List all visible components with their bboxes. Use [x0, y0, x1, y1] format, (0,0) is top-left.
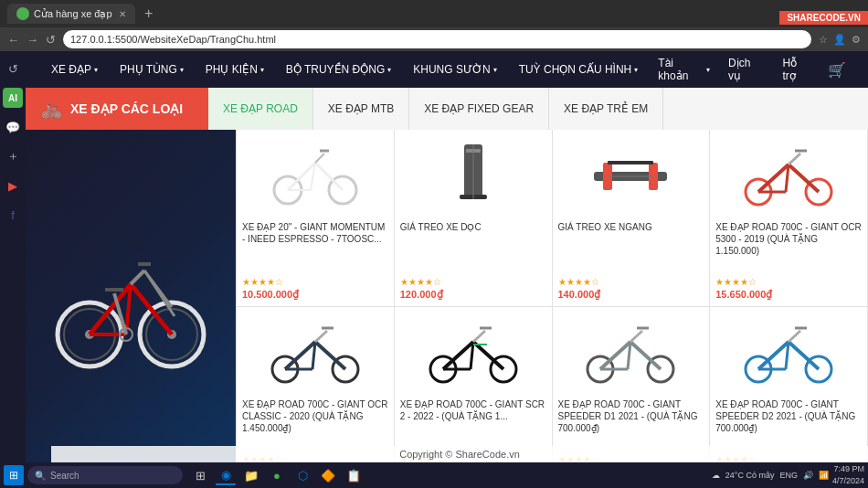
nav-xe-dap[interactable]: XE ĐẠP ▾	[40, 51, 109, 88]
product-name-7: XE ĐẠP ROAD 700C - GIANT SPEEDER D2 2021…	[715, 398, 862, 452]
tab-title: Cửa hàng xe đạp	[34, 8, 112, 20]
product-price-2: 140.000₫	[558, 289, 704, 301]
network-icon[interactable]: 📶	[819, 471, 829, 480]
product-card-1[interactable]: GIÁ TREO XE DỌC ★★★★☆ 120.000₫	[395, 130, 553, 307]
refresh-button[interactable]: ↺	[46, 33, 56, 47]
weather-icon: ☁	[712, 471, 720, 480]
main-content: XE ĐẠP ▾ PHỤ TÙNG ▾ PHỤ KIỆN ▾ BỘ TRUYỀN…	[26, 51, 868, 488]
svg-line-74	[789, 331, 800, 342]
nav-phu-tung-chevron: ▾	[180, 66, 184, 74]
nav-phu-kien[interactable]: PHỤ KIỆN ▾	[195, 51, 275, 88]
taskbar: ⊞ 🔍 Search ⊞ ◉ 📁 ● ⬡ 🔶 📋 ☁ 24°C Có mây E…	[0, 462, 868, 488]
tab-mtb[interactable]: XE ĐẠP MTB	[313, 88, 409, 130]
tab-road-label: XE ĐẠP ROAD	[223, 102, 298, 115]
plus-icon[interactable]: ＋	[3, 146, 23, 166]
chrome-icon[interactable]: ●	[267, 465, 287, 485]
browser-sidebar: ↺ AI 💬 ＋ ▶ f	[0, 51, 26, 488]
volume-icon[interactable]: 🔊	[803, 471, 813, 480]
nav-xe-dap-chevron: ▾	[94, 66, 98, 74]
product-card-0[interactable]: XE ĐẠP 20" - GIANT MOMENTUM - INEED ESPR…	[237, 130, 395, 307]
nav-account-label: Tài khoản	[658, 57, 704, 82]
tab-favicon	[16, 7, 29, 20]
url-text: 127.0.0.1:5500/WebsiteXeDap/TrangChu.htm…	[70, 34, 276, 45]
svg-line-71	[789, 342, 819, 369]
tab-close-button[interactable]: ✕	[119, 9, 126, 19]
product-price-1: 120.000₫	[400, 289, 546, 301]
address-bar: ← → ↺ 127.0.0.1:5500/WebsiteXeDap/TrangC…	[0, 27, 868, 51]
lang-indicator: ENG	[779, 471, 798, 480]
copyright-text: Copyright © ShareCode.vn	[399, 449, 520, 460]
edge-icon[interactable]: ◉	[216, 465, 236, 485]
nav-khung-suon[interactable]: KHUNG SƯỜN ▾	[402, 51, 507, 88]
url-input[interactable]: 127.0.0.1:5500/WebsiteXeDap/TrangChu.htm…	[63, 30, 811, 48]
messenger-icon[interactable]: 💬	[3, 117, 23, 137]
forward-button[interactable]: →	[26, 33, 38, 47]
nav-phu-tung[interactable]: PHỤ TÙNG ▾	[109, 51, 195, 88]
nav-help-label: Hỗ trợ	[782, 57, 811, 82]
product-card-3[interactable]: XE ĐẠP ROAD 700C - GIANT OCR 5300 - 2019…	[710, 130, 868, 307]
taskbar-system-tray: ☁ 24°C Có mây ENG 🔊 📶	[712, 471, 829, 480]
nav-help[interactable]: Hỗ trợ	[773, 51, 820, 88]
app-icon-1[interactable]: 🔶	[318, 465, 338, 485]
search-icon: 🔍	[35, 471, 46, 481]
nav-truyen-dong[interactable]: BỘ TRUYỀN ĐỘNG ▾	[275, 51, 402, 88]
product-name-2: GIÁ TREO XE NGANG	[558, 221, 704, 275]
new-tab-button[interactable]: +	[139, 5, 158, 22]
category-tabs: XE ĐẠP ROAD XE ĐẠP MTB XE ĐẠP FIXED GEAR…	[208, 88, 663, 130]
task-view-icon[interactable]: ⊞	[190, 465, 210, 485]
ai-icon[interactable]: AI	[3, 88, 23, 108]
start-button[interactable]: ⊞	[4, 465, 24, 485]
product-image-4	[242, 313, 388, 395]
product-name-1: GIÁ TREO XE DỌC	[400, 221, 546, 275]
product-name-4: XE ĐẠP ROAD 700C - GIANT OCR CLASSIC - 2…	[242, 398, 388, 452]
tab-tre-em[interactable]: XE ĐẠP TRẺ EM	[549, 88, 663, 130]
youtube-icon[interactable]: ▶	[3, 175, 23, 196]
top-navigation: XE ĐẠP ▾ PHỤ TÙNG ▾ PHỤ KIỆN ▾ BỘ TRUYỀN…	[26, 51, 868, 88]
tab-road[interactable]: XE ĐẠP ROAD	[208, 88, 313, 130]
product-stars-2: ★★★★☆	[558, 277, 704, 287]
settings-icon[interactable]: ⚙	[852, 34, 861, 46]
category-main-label: XE ĐẠP CÁC LOẠI	[70, 101, 183, 116]
nav-truyen-dong-label: BỘ TRUYỀN ĐỘNG	[286, 63, 385, 76]
nav-truyen-dong-chevron: ▾	[387, 66, 391, 74]
product-card-2[interactable]: GIÁ TREO XE NGANG ★★★★☆ 140.000₫	[553, 130, 711, 307]
nav-service[interactable]: Dịch vụ	[719, 51, 773, 88]
clock-date: 4/7/2024	[832, 475, 864, 487]
tab-mtb-label: XE ĐẠP MTB	[328, 102, 394, 115]
bookmark-icon[interactable]: ☆	[819, 34, 828, 46]
explorer-icon[interactable]: 📁	[241, 465, 261, 485]
svg-line-70	[758, 342, 789, 369]
product-image-3	[715, 135, 862, 217]
featured-product[interactable]	[26, 130, 236, 484]
cart-icon[interactable]: 🛒	[820, 61, 853, 79]
vscode-icon[interactable]: ⬡	[292, 465, 312, 485]
category-main[interactable]: 🚲 XE ĐẠP CÁC LOẠI	[26, 88, 208, 130]
profile-icon[interactable]: 👤	[833, 34, 846, 46]
svg-line-63	[630, 342, 661, 369]
svg-line-66	[630, 331, 642, 342]
copyright-overlay: Copyright © ShareCode.vn	[51, 446, 868, 462]
svg-line-45	[285, 342, 315, 369]
tab-fixed-gear[interactable]: XE ĐẠP FIXED GEAR	[409, 88, 549, 130]
app-icon-2[interactable]: 📋	[344, 465, 364, 485]
svg-line-24	[315, 154, 324, 163]
sharecode-logo: SHARECODE.VN	[779, 11, 868, 25]
bike-icon: 🚲	[40, 98, 63, 120]
taskbar-clock[interactable]: 7:49 PM 4/7/2024	[832, 463, 864, 486]
nav-cau-hinh[interactable]: TUỲ CHỌN CẤU HÌNH ▾	[508, 51, 650, 88]
svg-line-53	[443, 342, 473, 369]
product-stars-1: ★★★★☆	[400, 277, 546, 287]
product-image-6	[558, 313, 704, 395]
taskbar-search[interactable]: 🔍 Search	[27, 466, 183, 484]
facebook-icon[interactable]: f	[3, 205, 23, 225]
nav-account[interactable]: Tài khoản ▾	[649, 51, 719, 88]
svg-line-54	[473, 342, 503, 369]
svg-line-41	[789, 154, 800, 164]
product-image-7	[715, 313, 862, 395]
active-tab[interactable]: Cửa hàng xe đạp ✕	[7, 4, 135, 24]
product-name-0: XE ĐẠP 20" - GIANT MOMENTUM - INEED ESPR…	[242, 221, 388, 275]
product-name-5: XE ĐẠP ROAD 700C - GIANT SCR 2 - 2022 - …	[400, 398, 546, 452]
history-icon[interactable]: ↺	[3, 58, 23, 79]
product-image-1	[400, 135, 546, 217]
back-button[interactable]: ←	[7, 33, 19, 47]
